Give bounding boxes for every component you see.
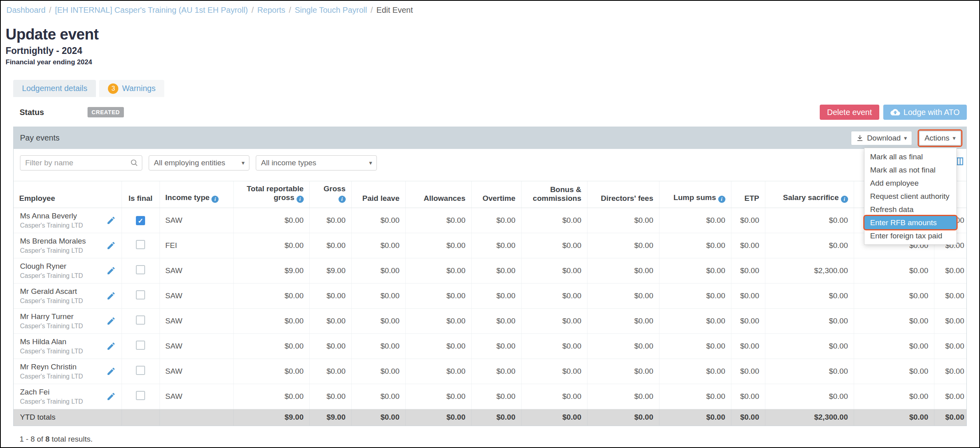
value-cell: $0.00 [351, 334, 405, 359]
value-cell: $0.00 [405, 283, 471, 309]
is-final-checkbox[interactable] [136, 240, 145, 249]
value-cell: $0.00 [731, 359, 765, 384]
value-cell: $0.00 [934, 334, 966, 359]
value-cell: $0.00 [309, 283, 351, 309]
table-row: Mr Gerald AscartCasper's Training LTDSAW… [14, 283, 966, 309]
value-cell: $0.00 [659, 384, 731, 409]
is-final-checkbox[interactable] [136, 315, 145, 325]
value-cell: $0.00 [521, 283, 587, 309]
actions-button[interactable]: Actions ▾ [919, 131, 961, 145]
edit-icon[interactable] [106, 341, 116, 351]
delete-event-button[interactable]: Delete event [820, 105, 879, 120]
ytd-empty-cell [122, 409, 159, 426]
employee-name: Ms Hilda Alan [20, 337, 104, 346]
is-final-checkbox[interactable] [136, 265, 145, 274]
value-cell: $0.00 [309, 359, 351, 384]
edit-icon[interactable] [106, 241, 116, 250]
ytd-value-cell: $0.00 [934, 409, 966, 426]
value-cell: $0.00 [233, 359, 309, 384]
is-final-checkbox[interactable] [136, 366, 145, 375]
value-cell: $0.00 [351, 233, 405, 258]
column-header: Paid leave [351, 181, 405, 208]
menu-item[interactable]: Mark all as final [864, 150, 956, 163]
column-header: Income typei [159, 181, 233, 208]
breadcrumb-separator: / [370, 6, 373, 14]
income-type-cell: SAW [159, 283, 233, 309]
info-icon[interactable]: i [841, 196, 848, 203]
value-cell: $0.00 [659, 208, 731, 233]
employee-company: Casper's Training LTD [20, 297, 104, 305]
table-row: Ms Hilda AlanCasper's Training LTDSAW$0.… [14, 334, 966, 359]
info-icon[interactable]: i [211, 196, 219, 203]
employing-entities-select[interactable]: All employing entities ▾ [149, 155, 249, 170]
edit-icon[interactable] [106, 392, 116, 401]
value-cell: $0.00 [309, 233, 351, 258]
value-cell: $0.00 [521, 208, 587, 233]
value-cell: $0.00 [471, 208, 521, 233]
app-window: Dashboard/[EH INTERNAL] Casper's Trainin… [0, 0, 980, 448]
edit-icon[interactable] [106, 266, 116, 276]
employee-company: Casper's Training LTD [20, 272, 104, 280]
ytd-totals-row: YTD totals$9.00$9.00$0.00$0.00$0.00$0.00… [14, 409, 966, 426]
is-final-checkbox[interactable] [136, 341, 145, 350]
income-types-select[interactable]: All income types ▾ [256, 155, 377, 170]
value-cell: $0.00 [309, 309, 351, 334]
ytd-label: YTD totals [14, 409, 122, 426]
table-scroll-area[interactable]: EmployeeIs finalIncome typeiTotal report… [14, 181, 966, 426]
results-summary: 1 - 8 of 8 total results. [20, 435, 979, 444]
info-icon[interactable]: i [339, 196, 346, 203]
menu-item[interactable]: Add employee [864, 176, 956, 190]
edit-icon[interactable] [106, 316, 116, 326]
menu-item[interactable]: Mark all as not final [864, 163, 956, 176]
breadcrumb-link[interactable]: Reports [257, 6, 285, 14]
edit-icon[interactable] [106, 291, 116, 301]
value-cell: $0.00 [731, 258, 765, 283]
menu-item[interactable]: Enter foreign tax paid [864, 229, 956, 242]
is-final-checkbox[interactable] [136, 290, 145, 299]
tab-lodgement-details[interactable]: Lodgement details [13, 80, 96, 97]
edit-icon[interactable] [106, 367, 116, 376]
value-cell: $0.00 [521, 359, 587, 384]
value-cell: $0.00 [765, 208, 854, 233]
value-cell: $0.00 [587, 384, 659, 409]
menu-item[interactable]: Enter RFB amounts [864, 216, 956, 229]
menu-item[interactable]: Refresh data [864, 203, 956, 216]
chevron-down-icon: ▾ [241, 159, 245, 167]
value-cell: $0.00 [934, 283, 966, 309]
value-cell: $0.00 [731, 208, 765, 233]
value-cell: $0.00 [233, 233, 309, 258]
ytd-value-cell: $0.00 [351, 409, 405, 426]
filter-name-input[interactable] [20, 155, 142, 170]
value-cell: $0.00 [309, 334, 351, 359]
value-cell: $0.00 [854, 283, 934, 309]
is-final-checkbox[interactable] [136, 391, 145, 400]
breadcrumb-link[interactable]: Single Touch Payroll [295, 6, 367, 14]
lodge-with-ato-button[interactable]: Lodge with ATO [883, 105, 967, 120]
value-cell: $0.00 [587, 208, 659, 233]
info-icon[interactable]: i [718, 196, 725, 203]
breadcrumb-link[interactable]: [EH INTERNAL] Casper's Training (AU 1st … [55, 6, 248, 14]
value-cell: $0.00 [659, 283, 731, 309]
download-button[interactable]: Download ▾ [851, 131, 912, 145]
is-final-cell [122, 258, 159, 283]
employee-name: Clough Ryner [20, 262, 104, 271]
status-row: Status CREATED Delete event Lodge with A… [13, 104, 967, 120]
menu-item[interactable]: Request client authority [864, 190, 956, 203]
panel-title: Pay events [20, 133, 60, 143]
edit-icon[interactable] [106, 216, 116, 225]
value-cell: $0.00 [233, 283, 309, 309]
value-cell: $0.00 [405, 359, 471, 384]
warnings-count-badge: 3 [108, 83, 118, 94]
column-header: Directors' fees [587, 181, 659, 208]
employee-name: Mr Gerald Ascart [20, 287, 104, 296]
income-type-cell: SAW [159, 208, 233, 233]
breadcrumb-link[interactable]: Dashboard [6, 6, 46, 14]
income-type-cell: SAW [159, 384, 233, 409]
info-icon[interactable]: i [297, 196, 304, 203]
value-cell: $9.00 [309, 258, 351, 283]
table-row: Zach FeiCasper's Training LTDSAW$0.00$0.… [14, 384, 966, 409]
is-final-checkbox[interactable]: ✓ [136, 216, 145, 225]
value-cell: $0.00 [587, 283, 659, 309]
search-icon [130, 159, 138, 168]
tab-warnings[interactable]: 3 Warnings [99, 80, 164, 97]
